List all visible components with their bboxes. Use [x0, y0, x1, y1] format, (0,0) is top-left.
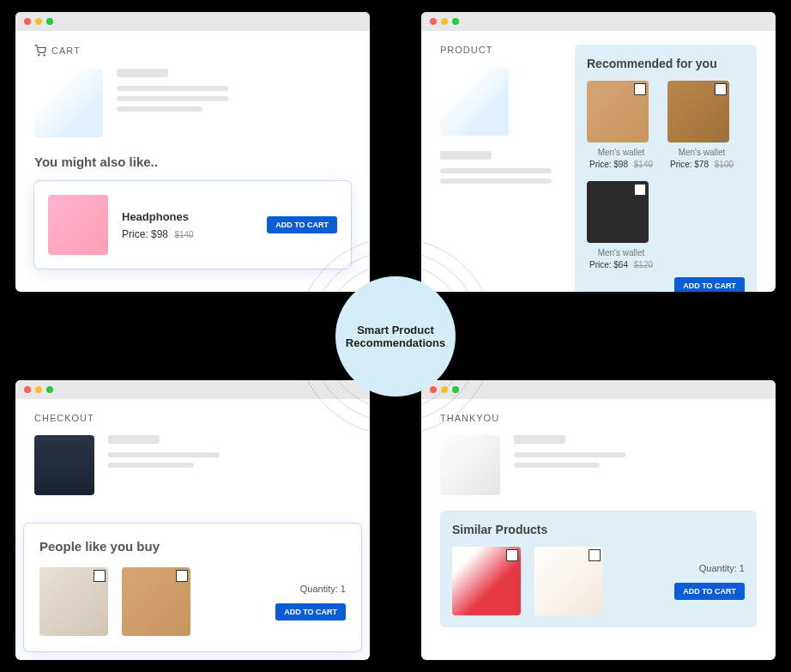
- close-dot-icon: [24, 18, 31, 25]
- recommendation-card: People like you buy Quantity: 1 ADD TO C…: [24, 524, 361, 651]
- close-dot-icon: [430, 18, 437, 25]
- recommendations-panel: Similar Products Quantity: 1 ADD TO CART: [440, 511, 757, 627]
- product-thumbnail: [48, 195, 108, 255]
- maximize-dot-icon: [46, 386, 53, 393]
- minimize-dot-icon: [35, 18, 42, 25]
- center-badge: Smart Product Recommendations: [335, 276, 456, 397]
- cart-window: CART You might also like.. Headphones Pr…: [15, 12, 370, 292]
- product-thumbnail[interactable]: [122, 567, 190, 636]
- skeleton-title: [514, 435, 565, 444]
- quantity-label: Quantity: 1: [617, 563, 745, 573]
- page-heading: PRODUCT: [440, 45, 563, 55]
- product-price: Price: $98 $140: [587, 160, 655, 169]
- page-heading: THANKYOU: [440, 413, 757, 423]
- product-name: Headphones: [122, 210, 253, 223]
- checkbox[interactable]: [176, 570, 188, 582]
- maximize-dot-icon: [46, 18, 53, 25]
- product-window: PRODUCT Recommended for you Men's wallet…: [421, 12, 776, 292]
- page-heading: CART: [34, 45, 351, 57]
- add-to-cart-button[interactable]: ADD TO CART: [674, 277, 745, 292]
- titlebar: [15, 12, 370, 31]
- svg-point-0: [39, 55, 39, 56]
- skeleton-line: [514, 463, 600, 468]
- checkout-window: CHECKOUT People like you buy Quantity: 1…: [15, 380, 370, 660]
- close-dot-icon: [24, 386, 31, 393]
- add-to-cart-button[interactable]: ADD TO CART: [267, 216, 337, 233]
- product-thumbnail: [667, 81, 729, 142]
- checkbox[interactable]: [634, 184, 646, 196]
- page-heading: CHECKOUT: [34, 413, 351, 423]
- skeleton-line: [440, 168, 552, 173]
- skeleton-title: [108, 435, 160, 444]
- skeleton-line: [440, 179, 552, 184]
- product-name: Men's wallet: [587, 248, 655, 257]
- product-thumbnail: [587, 81, 649, 142]
- checkbox[interactable]: [715, 83, 727, 95]
- checkbox[interactable]: [94, 570, 106, 582]
- skeleton-line: [108, 452, 220, 457]
- recommendation-item[interactable]: Men's wallet Price: $98 $140: [587, 81, 655, 169]
- product-price: Price: $78 $100: [667, 160, 736, 169]
- minimize-dot-icon: [35, 386, 42, 393]
- add-to-cart-button[interactable]: ADD TO CART: [674, 583, 745, 600]
- product-thumbnail[interactable]: [39, 567, 108, 636]
- cart-icon: [34, 45, 46, 57]
- product-thumbnail[interactable]: [452, 547, 521, 615]
- maximize-dot-icon: [452, 18, 459, 25]
- add-to-cart-button[interactable]: ADD TO CART: [275, 603, 346, 621]
- skeleton-line: [117, 86, 228, 91]
- product-thumbnail: [440, 67, 509, 136]
- product-thumbnail: [440, 435, 500, 495]
- titlebar: [421, 12, 776, 31]
- recommendations-panel: Recommended for you Men's wallet Price: …: [575, 45, 757, 292]
- product-thumbnail: [587, 181, 649, 243]
- product-thumbnail: [34, 435, 94, 495]
- checkbox[interactable]: [634, 83, 646, 95]
- recommendation-item[interactable]: Men's wallet Price: $78 $100: [667, 81, 736, 169]
- product-price: Price: $64 $120: [587, 260, 655, 269]
- skeleton-line: [117, 106, 202, 112]
- thankyou-window: THANKYOU Similar Products Quantity: 1 AD…: [421, 380, 776, 660]
- product-thumbnail[interactable]: [534, 547, 603, 615]
- section-title: Similar Products: [452, 523, 745, 536]
- skeleton-title: [117, 69, 168, 77]
- section-title: You might also like..: [34, 154, 351, 169]
- product-name: Men's wallet: [587, 148, 655, 157]
- checkbox[interactable]: [506, 549, 518, 561]
- quantity-label: Quantity: 1: [204, 584, 346, 594]
- skeleton-line: [117, 96, 228, 101]
- recommendation-card: Headphones Price: $98 $140 ADD TO CART: [34, 181, 351, 269]
- panel-title: Recommended for you: [587, 57, 745, 70]
- skeleton-line: [108, 463, 194, 468]
- recommendation-item[interactable]: Men's wallet Price: $64 $120: [587, 181, 655, 269]
- checkbox[interactable]: [589, 549, 601, 561]
- section-title: People like you buy: [39, 539, 346, 554]
- skeleton-line: [514, 452, 625, 457]
- minimize-dot-icon: [441, 18, 448, 25]
- svg-point-1: [44, 55, 45, 56]
- product-price: Price: $98 $140: [122, 228, 253, 240]
- skeleton-title: [440, 151, 492, 160]
- product-name: Men's wallet: [667, 148, 736, 157]
- product-thumbnail: [34, 69, 103, 137]
